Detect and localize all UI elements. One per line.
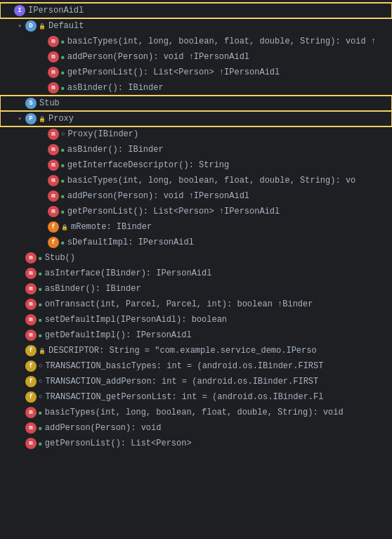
item-icon: f	[25, 361, 37, 372]
item-label: getPersonList(): List<Person> ↑IPersonAi…	[67, 67, 280, 77]
item-icon: I	[14, 5, 25, 16]
tree-item-basic-types-2[interactable]: m■basicTypes(int, long, boolean, float, …	[0, 173, 392, 188]
item-badge-green-badge: ■	[61, 85, 65, 91]
item-badge-green-badge: ■	[39, 410, 42, 416]
item-badge-green-badge: ■	[61, 147, 65, 153]
item-badge-green-badge: ■	[61, 209, 65, 215]
tree-item-as-interface[interactable]: m■asInterface(IBinder): IPersonAidl	[0, 266, 392, 281]
tree-item-on-transact[interactable]: m■onTransact(int, Parcel, Parcel, int): …	[0, 297, 392, 312]
item-label: TRANSACTION_getPersonList: int = (androi…	[45, 392, 323, 402]
item-icon: f	[25, 376, 37, 387]
tree-arrow[interactable]: ▾	[14, 115, 25, 123]
tree-item-get-interface-descriptor[interactable]: m■getInterfaceDescriptor(): String	[0, 157, 392, 173]
item-icon: m	[25, 407, 37, 418]
tree-item-set-default-impl[interactable]: m■setDefaultImpl(IPersonAidl): boolean	[0, 312, 392, 327]
item-icon: m	[48, 82, 59, 93]
tree-item-get-default-impl[interactable]: m■getDefaultImpl(): IPersonAidl	[0, 327, 392, 343]
tree-item-ipersonaidl-root[interactable]: IIPersonAidl	[0, 3, 392, 18]
item-badge-open-circle: ○	[39, 363, 42, 370]
item-icon: f	[48, 221, 59, 233]
item-badge-lock-badge: 🔒	[39, 23, 46, 30]
tree-item-get-person-list-2[interactable]: m■getPersonList(): List<Person> ↑IPerson…	[0, 204, 392, 219]
item-icon: m	[48, 175, 59, 186]
item-label: DESCRIPTOR: String = "com.example.servic…	[48, 346, 317, 356]
item-icon: m	[48, 36, 59, 47]
item-label: Proxy(IBinder)	[67, 129, 138, 139]
tree-item-basic-types-1[interactable]: m■basicTypes(int, long, boolean, float, …	[0, 34, 392, 49]
item-label: Stub	[39, 98, 60, 108]
tree-item-add-person-2[interactable]: m■addPerson(Person): void ↑IPersonAidl	[0, 188, 392, 204]
item-badge-green-badge: ■	[39, 255, 42, 261]
item-badge-green-badge: ■	[61, 54, 65, 60]
tree-item-get-person-list-3[interactable]: m■getPersonList(): List<Person>	[0, 436, 392, 451]
item-icon: D	[25, 20, 37, 32]
tree-item-as-binder-1[interactable]: m■asBinder(): IBinder	[0, 80, 392, 96]
item-label: asInterface(IBinder): IPersonAidl	[45, 268, 212, 278]
item-icon: f	[48, 237, 59, 248]
tree-item-add-person-3[interactable]: m■addPerson(Person): void	[0, 420, 392, 436]
tree-item-proxy-constructor[interactable]: m○Proxy(IBinder)	[0, 126, 392, 142]
item-icon: f	[25, 391, 37, 403]
item-label: Proxy	[48, 114, 74, 124]
item-badge-green-badge: ■	[39, 271, 42, 277]
item-icon: P	[25, 113, 37, 124]
tree-item-stub-constructor[interactable]: m■Stub()	[0, 250, 392, 266]
item-badge-open-circle: ○	[61, 131, 65, 138]
item-badge-green-badge: ■	[61, 39, 65, 45]
item-badge-green-badge: ■	[61, 178, 65, 184]
item-label: Stub()	[45, 253, 75, 263]
tree-item-m-remote[interactable]: f🔒mRemote: IBinder	[0, 219, 392, 235]
item-badge-green-badge: ■	[61, 193, 65, 200]
tree-item-transaction-basic-types[interactable]: f○TRANSACTION_basicTypes: int = (android…	[0, 358, 392, 374]
item-icon: m	[48, 51, 59, 63]
item-icon: m	[25, 330, 37, 341]
item-label: onTransact(int, Parcel, Parcel, int): bo…	[45, 299, 313, 309]
item-badge-lock-badge: 🔒	[39, 116, 46, 122]
item-icon: m	[48, 67, 59, 78]
item-icon: S	[25, 98, 37, 109]
tree-item-s-default-impl[interactable]: f■sDefaultImpl: IPersonAidl	[0, 235, 392, 250]
item-label: sDefaultImpl: IPersonAidl	[67, 238, 194, 247]
item-label: asBinder(): IBinder	[67, 145, 164, 155]
tree-item-transaction-add-person[interactable]: f○TRANSACTION_addPerson: int = (android.…	[0, 374, 392, 389]
item-label: basicTypes(int, long, boolean, float, do…	[67, 37, 376, 46]
tree-item-as-binder-3[interactable]: m■asBinder(): IBinder	[0, 281, 392, 297]
tree-item-descriptor[interactable]: f🔒DESCRIPTOR: String = "com.example.serv…	[0, 343, 392, 358]
item-label: basicTypes(int, long, boolean, float, do…	[45, 408, 344, 417]
item-icon: m	[48, 129, 59, 140]
item-label: asBinder(): IBinder	[67, 83, 164, 93]
tree-item-as-binder-2[interactable]: m■asBinder(): IBinder	[0, 142, 392, 157]
tree-arrow[interactable]: ▾	[14, 22, 25, 30]
tree-item-basic-types-3[interactable]: m■basicTypes(int, long, boolean, float, …	[0, 405, 392, 420]
item-label: TRANSACTION_basicTypes: int = (android.o…	[45, 361, 323, 371]
item-badge-green-badge: ■	[61, 240, 65, 246]
item-label: TRANSACTION_addPerson: int = (android.os…	[45, 377, 318, 387]
item-icon: m	[25, 283, 37, 294]
item-label: getInterfaceDescriptor(): String	[67, 160, 229, 170]
item-icon: m	[48, 190, 59, 202]
item-badge-green-badge: ■	[39, 286, 42, 292]
item-icon: m	[25, 299, 37, 310]
item-label: setDefaultImpl(IPersonAidl): boolean	[45, 315, 227, 325]
tree-item-add-person-1[interactable]: m■addPerson(Person): void ↑IPersonAidl	[0, 49, 392, 65]
item-icon: m	[25, 422, 37, 434]
tree-item-proxy[interactable]: ▾P🔒Proxy	[0, 111, 392, 126]
item-label: basicTypes(int, long, boolean, float, do…	[67, 176, 355, 186]
item-label: addPerson(Person): void	[45, 423, 162, 433]
item-label: addPerson(Person): void ↑IPersonAidl	[67, 191, 249, 201]
tree-item-get-person-list-1[interactable]: m■getPersonList(): List<Person> ↑IPerson…	[0, 65, 392, 80]
tree-item-default[interactable]: ▾D🔒Default	[0, 18, 392, 34]
item-label: IPersonAidl	[28, 6, 84, 15]
item-badge-green-badge: ■	[61, 162, 65, 169]
item-badge-green-badge: ■	[39, 332, 42, 339]
item-badge-green-badge: ■	[39, 441, 42, 447]
item-badge-open-circle: ○	[39, 394, 42, 401]
item-label: getDefaultImpl(): IPersonAidl	[45, 330, 192, 340]
item-icon: m	[25, 252, 37, 264]
item-label: mRemote: IBinder	[71, 222, 152, 232]
tree-item-stub[interactable]: SStub	[0, 96, 392, 111]
item-label: addPerson(Person): void ↑IPersonAidl	[67, 52, 249, 62]
item-label: Default	[48, 21, 84, 31]
tree-item-transaction-get-person-list[interactable]: f○TRANSACTION_getPersonList: int = (andr…	[0, 389, 392, 405]
item-badge-lock-badge: 🔒	[39, 348, 46, 354]
